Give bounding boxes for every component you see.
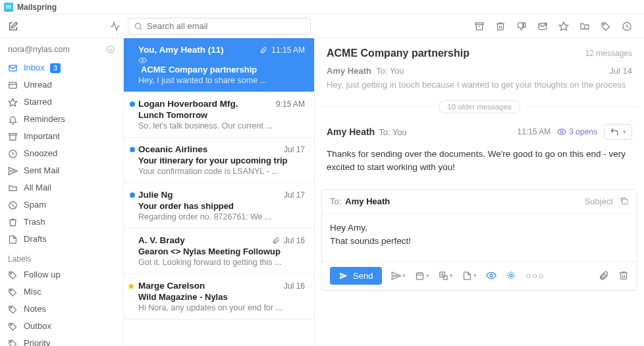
svg-rect-2 <box>475 22 483 24</box>
svg-rect-33 <box>444 275 448 279</box>
unread-dot-icon <box>130 101 135 107</box>
search-icon <box>134 22 143 31</box>
inbox-icon <box>8 63 18 73</box>
folder-icon[interactable] <box>579 21 590 32</box>
message-row[interactable]: Logan Hoverboard Mfg. 9:15 AMLunch Tomor… <box>124 92 314 138</box>
templates-icon[interactable]: ▾ <box>462 271 477 281</box>
svg-marker-15 <box>9 98 17 106</box>
svg-point-23 <box>11 324 12 325</box>
thread-title: ACME Company partnership <box>327 47 470 59</box>
attachment-icon <box>259 46 267 54</box>
translate-icon[interactable]: ▾ <box>439 271 453 281</box>
label-item-outbox[interactable]: Outbox <box>0 318 123 335</box>
subject: Your itinerary for your upcoming trip <box>138 156 305 165</box>
tag-icon <box>8 322 18 332</box>
mark-unread-icon[interactable] <box>537 21 548 32</box>
thumbs-down-icon[interactable] <box>516 21 527 32</box>
tag-icon <box>8 270 18 280</box>
label-item-follow-up[interactable]: Follow up <box>0 266 123 283</box>
time: Jul 16 <box>284 281 305 291</box>
send-icon <box>339 272 348 280</box>
sidebar-item-important[interactable]: Important <box>0 128 123 145</box>
discard-icon[interactable] <box>618 270 629 281</box>
sidebar-item-starred[interactable]: Starred <box>0 94 123 111</box>
sidebar-item-inbox[interactable]: Inbox 3 <box>0 59 123 76</box>
preview: Hey, I just wanted to share some ... <box>138 76 305 85</box>
draft-icon <box>8 235 18 245</box>
read-receipts-icon[interactable] <box>486 270 496 281</box>
send-later-icon[interactable]: ▾ <box>391 271 406 281</box>
attachment-icon[interactable] <box>599 270 609 281</box>
time: Jul 17 <box>284 190 305 200</box>
preview: Hi Nora, any updates on your end for ... <box>138 303 305 312</box>
send-button[interactable]: Send <box>330 267 382 285</box>
svg-rect-13 <box>9 82 16 88</box>
sidebar-item-reminders[interactable]: Reminders <box>0 111 123 128</box>
older-messages-divider[interactable]: 10 older messages <box>315 95 644 119</box>
more-icon[interactable]: ○○○ <box>525 271 545 281</box>
svg-rect-16 <box>9 133 16 135</box>
unread-dot-icon <box>130 147 135 152</box>
message-row[interactable]: ★Marge Carelson Jul 16Wild Magazine - Ny… <box>124 274 314 320</box>
svg-point-24 <box>11 341 12 342</box>
sidebar-item-snoozed[interactable]: Snoozed <box>0 145 123 162</box>
label-item-priority[interactable]: Priority <box>0 335 123 346</box>
label-icon[interactable] <box>601 21 611 32</box>
message-row[interactable]: A. V. Brady Jul 16Gearon <> Nylas Meetin… <box>124 229 314 274</box>
svg-line-42 <box>508 277 509 278</box>
preview: Your confirmation code is LSANYL - ... <box>138 167 305 176</box>
subject: Your order has shipped <box>138 201 305 211</box>
message-row[interactable]: Julie Ng Jul 17Your order has shippedReg… <box>124 183 314 229</box>
message-time: 11:15 AM <box>518 127 551 136</box>
collapsed-message[interactable]: Amy Heath To: You Jul 14 Hey, just getti… <box>315 66 644 95</box>
label-item-misc[interactable]: Misc <box>0 283 123 301</box>
to-label: To: <box>330 196 341 206</box>
subject: Gearon <> Nylas Meeting Followup <box>138 246 305 256</box>
sidebar-item-unread[interactable]: Unread <box>0 76 123 94</box>
svg-marker-6 <box>559 22 568 30</box>
sidebar-item-all-mail[interactable]: All Mail <box>0 179 123 196</box>
account-row[interactable]: nora@nylas.com <box>0 42 123 59</box>
archive-icon <box>8 183 18 193</box>
trash-icon[interactable] <box>495 21 506 32</box>
reminder-icon[interactable]: ▾ <box>415 271 429 281</box>
search-input[interactable] <box>128 18 311 35</box>
message-date: Jul 14 <box>609 66 632 76</box>
bell-icon <box>8 115 18 125</box>
svg-line-41 <box>513 277 514 278</box>
sidebar: nora@nylas.com Inbox 3UnreadStarredRemin… <box>0 38 124 346</box>
label-item-notes[interactable]: Notes <box>0 301 123 318</box>
snooze-clock-icon[interactable] <box>622 21 632 32</box>
activity-icon[interactable] <box>108 21 122 32</box>
sender: Marge Carelson <box>138 281 205 291</box>
spam-icon <box>8 200 18 210</box>
popout-icon[interactable] <box>620 196 629 206</box>
sidebar-item-spam[interactable]: Spam <box>0 196 123 214</box>
attachment-icon <box>272 237 280 245</box>
recipient-chip[interactable]: Amy Heath <box>345 196 390 206</box>
eye-icon <box>138 56 305 65</box>
svg-point-22 <box>11 306 12 308</box>
sidebar-item-drafts[interactable]: Drafts <box>0 231 123 248</box>
compose-body[interactable]: Hey Amy, That sounds perfect! <box>322 214 637 261</box>
archive-icon[interactable] <box>474 21 485 32</box>
eye-icon <box>557 127 566 136</box>
svg-point-21 <box>11 289 12 291</box>
sender-name: Amy Heath <box>327 127 375 137</box>
sender: Julie Ng <box>138 190 173 200</box>
subject-field-toggle[interactable]: Subject <box>585 196 613 206</box>
star-icon[interactable] <box>558 21 569 32</box>
link-tracking-icon[interactable] <box>506 270 516 281</box>
reply-button[interactable]: ▾ <box>604 124 632 140</box>
svg-point-0 <box>135 23 140 28</box>
sidebar-item-trash[interactable]: Trash <box>0 214 123 231</box>
open-tracking[interactable]: 3 opens <box>557 127 597 136</box>
svg-point-9 <box>603 24 604 25</box>
compose-icon[interactable] <box>8 21 18 32</box>
message-row[interactable]: You, Amy Heath (11) 11:15 AMACME Company… <box>124 38 314 92</box>
reply-icon <box>610 127 619 136</box>
message-row[interactable]: Oceanic Airlines Jul 17Your itinerary fo… <box>124 138 314 183</box>
sidebar-item-sent-mail[interactable]: Sent Mail <box>0 162 123 179</box>
star-icon: ★ <box>127 281 136 291</box>
preview: Regarding order no. 8726761: We ... <box>138 212 305 221</box>
